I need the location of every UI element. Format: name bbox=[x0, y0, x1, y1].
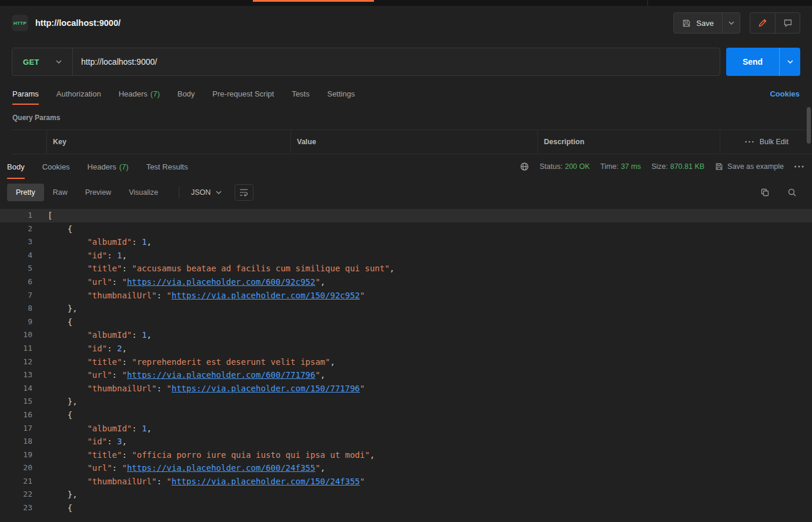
json-url-link[interactable]: https://via.placeholder.com/600/24f355 bbox=[127, 463, 315, 473]
app-window: HTTP http://localhost:9000/ Save bbox=[0, 0, 812, 522]
tab-headers[interactable]: Headers(7) bbox=[119, 83, 160, 105]
json-url-link[interactable]: https://via.placeholder.com/600/92c952 bbox=[127, 277, 315, 287]
json-url-link[interactable]: https://via.placeholder.com/150/771796 bbox=[172, 384, 360, 393]
response-more-icon[interactable] bbox=[794, 165, 804, 168]
time-value: 37 ms bbox=[621, 162, 641, 171]
tab-authorization[interactable]: Authorization bbox=[56, 83, 101, 105]
code-text: }, bbox=[32, 488, 78, 501]
tab-body-label: Body bbox=[178, 89, 195, 98]
send-options-button[interactable] bbox=[779, 48, 800, 76]
code-text: "albumId": 1, bbox=[32, 235, 152, 249]
line-number: 7 bbox=[0, 289, 32, 302]
request-header: HTTP http://localhost:9000/ Save bbox=[0, 6, 812, 40]
line-number: 22 bbox=[0, 488, 32, 501]
request-title: http://localhost:9000/ bbox=[35, 18, 121, 28]
json-url-link[interactable]: https://via.placeholder.com/600/771796 bbox=[127, 370, 315, 380]
url-input[interactable] bbox=[73, 48, 720, 75]
status-label: Status: bbox=[540, 162, 563, 171]
request-toolbar-icon-group bbox=[750, 12, 800, 34]
chevron-down-icon bbox=[56, 60, 62, 64]
response-tab-headers[interactable]: Headers(7) bbox=[88, 154, 129, 179]
response-time: Time:37 ms bbox=[600, 162, 641, 171]
response-tab-test-results[interactable]: Test Results bbox=[146, 154, 188, 179]
search-button[interactable] bbox=[785, 185, 799, 200]
response-tab-headers-label: Headers bbox=[88, 162, 116, 171]
code-line: 13 "url": "https://via.placeholder.com/6… bbox=[0, 368, 812, 382]
copy-button[interactable] bbox=[758, 185, 772, 200]
param-value-header: Value bbox=[291, 130, 538, 154]
code-text: "title": "officia porro iure quia iusto … bbox=[32, 448, 375, 462]
code-line: 22 }, bbox=[0, 488, 812, 501]
tab-strip-divider bbox=[647, 0, 648, 6]
save-options-button[interactable] bbox=[722, 13, 740, 33]
json-url-link[interactable]: https://via.placeholder.com/150/92c952 bbox=[172, 291, 360, 300]
request-title-group: HTTP http://localhost:9000/ bbox=[12, 15, 121, 31]
response-tab-cookies[interactable]: Cookies bbox=[42, 154, 70, 179]
code-line: 9 { bbox=[0, 315, 812, 329]
code-text: { bbox=[32, 222, 72, 236]
request-url-bar: GET Send bbox=[12, 48, 800, 76]
scrollbar-thumb[interactable] bbox=[807, 107, 811, 144]
tab-params[interactable]: Params bbox=[12, 83, 39, 105]
code-line: 18 "id": 3, bbox=[0, 435, 812, 448]
comment-icon bbox=[783, 18, 793, 28]
save-button-label: Save bbox=[696, 19, 714, 28]
method-select[interactable]: GET bbox=[12, 48, 72, 75]
header-actions: Save bbox=[673, 12, 800, 34]
tab-params-label: Params bbox=[12, 89, 39, 98]
tab-settings[interactable]: Settings bbox=[327, 83, 355, 105]
save-as-example-label: Save as example bbox=[727, 162, 784, 171]
code-line: 1[ bbox=[0, 209, 812, 222]
pencil-icon bbox=[758, 18, 767, 28]
save-as-example-button[interactable]: Save as example bbox=[715, 162, 784, 171]
http-request-icon: HTTP bbox=[12, 15, 28, 31]
format-select[interactable]: JSON bbox=[189, 185, 224, 200]
code-text: "id": 3, bbox=[32, 435, 127, 448]
time-label: Time: bbox=[600, 162, 619, 171]
param-key-header: Key bbox=[47, 130, 291, 154]
line-number: 18 bbox=[0, 435, 32, 448]
code-text: [ bbox=[32, 209, 52, 222]
json-url-link[interactable]: https://via.placeholder.com/150/24f355 bbox=[172, 477, 360, 486]
response-size: Size:870.81 KB bbox=[651, 162, 704, 171]
param-description-header: Description bbox=[538, 130, 720, 154]
chevron-down-icon bbox=[216, 191, 222, 194]
tab-authorization-label: Authorization bbox=[56, 89, 101, 98]
view-tab-visualize[interactable]: Visualize bbox=[120, 184, 167, 201]
wrap-text-icon bbox=[239, 188, 249, 197]
view-tab-pretty[interactable]: Pretty bbox=[7, 184, 44, 201]
tab-settings-label: Settings bbox=[327, 89, 355, 98]
tab-tests[interactable]: Tests bbox=[292, 83, 309, 105]
response-toolbar: Pretty Raw Preview Visualize JSON bbox=[0, 179, 812, 206]
code-text: "thumbnailUrl": "https://via.placeholder… bbox=[32, 475, 365, 488]
edit-request-button[interactable] bbox=[750, 13, 775, 33]
tab-body[interactable]: Body bbox=[178, 83, 195, 105]
save-button[interactable]: Save bbox=[674, 13, 722, 33]
network-globe-icon[interactable] bbox=[520, 162, 529, 171]
send-button[interactable]: Send bbox=[726, 48, 779, 76]
code-lines: 1[2 {3 "albumId": 1,4 "id": 1,5 "title":… bbox=[0, 209, 812, 515]
code-text: "url": "https://via.placeholder.com/600/… bbox=[32, 275, 325, 289]
response-tab-body[interactable]: Body bbox=[7, 154, 25, 179]
response-panel: Body Cookies Headers(7) Test Results Sta… bbox=[0, 154, 812, 522]
response-tab-test-results-label: Test Results bbox=[146, 162, 188, 171]
wrap-text-button[interactable] bbox=[235, 184, 253, 201]
comments-button[interactable] bbox=[775, 13, 800, 33]
tab-prerequest-script[interactable]: Pre-request Script bbox=[212, 83, 274, 105]
code-line: 11 "id": 2, bbox=[0, 342, 812, 355]
chevron-down-icon bbox=[787, 60, 793, 64]
more-options-icon[interactable] bbox=[745, 141, 754, 143]
tab-prerequest-label: Pre-request Script bbox=[212, 89, 274, 98]
tab-headers-label: Headers bbox=[119, 89, 148, 98]
view-tab-raw[interactable]: Raw bbox=[44, 184, 76, 201]
code-text: "albumId": 1, bbox=[32, 422, 152, 435]
bulk-edit-button[interactable]: Bulk Edit bbox=[760, 138, 788, 146]
query-params-table: Key Value Description Bulk Edit bbox=[12, 129, 812, 154]
cookies-link[interactable]: Cookies bbox=[770, 89, 800, 98]
tab-headers-count: (7) bbox=[151, 89, 160, 98]
view-tab-preview[interactable]: Preview bbox=[76, 184, 120, 201]
response-tab-cookies-label: Cookies bbox=[42, 162, 70, 171]
code-text: "thumbnailUrl": "https://via.placeholder… bbox=[32, 382, 365, 395]
code-line: 4 "id": 1, bbox=[0, 249, 812, 262]
line-number: 13 bbox=[0, 368, 32, 382]
